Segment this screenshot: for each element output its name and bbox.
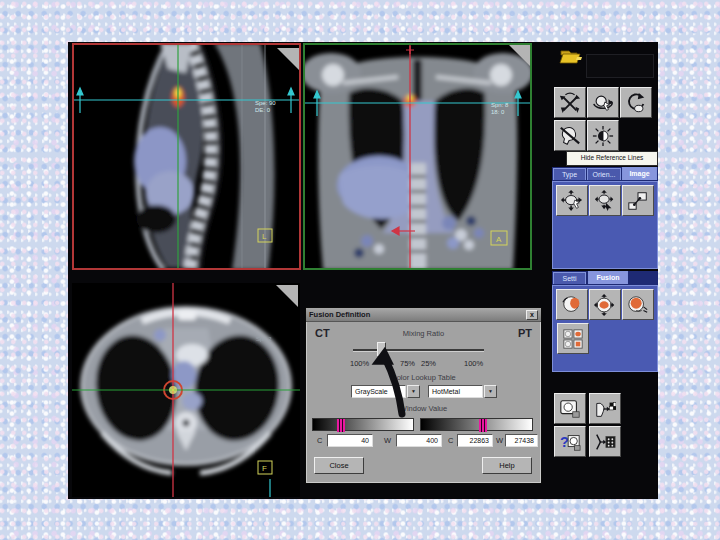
ct-center-field[interactable]: 40: [327, 434, 373, 447]
ct-window-marker[interactable]: [337, 419, 345, 432]
ct-lut-select[interactable]: GrayScale: [351, 385, 406, 398]
color-lookup-table-label: Color Lookup Table: [306, 373, 541, 382]
help-icon: ?: [559, 431, 581, 453]
copy-to-film-button[interactable]: [589, 393, 621, 424]
tabbar-type-orient-image: Type Orien... Image: [552, 167, 658, 181]
tab-orientation[interactable]: Orien...: [587, 168, 621, 180]
slide-background: L Spe: 90 DE: 0: [0, 0, 720, 540]
rotate-object-icon: [592, 92, 614, 114]
status-display: [586, 54, 654, 78]
sagittal-ct-image: L Spe: 90 DE: 0: [72, 43, 301, 270]
tab-image[interactable]: Image: [622, 167, 657, 180]
scan-info-line2: 18: 0: [491, 109, 505, 115]
pt-lut-select[interactable]: HotMetal: [428, 385, 483, 398]
tab-settings[interactable]: Setti: [553, 272, 586, 284]
mixing-ratio-slider-handle[interactable]: [377, 342, 386, 357]
pt-window-gradient-bar[interactable]: [420, 418, 533, 431]
fusion-blend-icon: [627, 294, 649, 316]
ct-75-label: 75%: [400, 359, 415, 368]
pt-center-field[interactable]: 22863: [457, 434, 493, 447]
ct-center-label: C: [317, 436, 322, 445]
pt-25-label: 25%: [421, 359, 436, 368]
application-window: L Spe: 90 DE: 0: [68, 42, 658, 499]
pt-center-label: C: [448, 436, 453, 445]
quad-view-icon: [562, 328, 584, 350]
coronal-ct-image: A Spn: 8 18: 0: [303, 43, 532, 270]
orientation-marker: F: [262, 464, 267, 473]
dialog-titlebar[interactable]: Fusion Definition x: [306, 308, 541, 322]
ct-100-label: 100%: [350, 359, 369, 368]
pt-window-marker[interactable]: [479, 419, 487, 432]
fusion-definition-dialog: Fusion Definition x CT Mixing Ratio PT 1…: [305, 307, 542, 484]
quad-view-button[interactable]: [557, 323, 589, 354]
tooltip: Hide Reference Lines: [566, 151, 658, 166]
mixing-ratio-slider[interactable]: [353, 349, 484, 352]
fusion-move-icon: [594, 294, 616, 316]
fusion-move-button[interactable]: [589, 289, 621, 320]
window-value-label: Window Value: [306, 404, 541, 413]
undo-rotate-button[interactable]: [620, 87, 652, 118]
fusion-blend-button[interactable]: [622, 289, 654, 320]
mixing-ratio-label: Mixing Ratio: [306, 329, 541, 338]
pt-width-label: W: [496, 436, 503, 445]
axial-ct-image: F Spn 2: [72, 283, 300, 497]
pan-volume-icon: [561, 190, 583, 212]
help-button[interactable]: ?: [554, 426, 586, 457]
copy-to-film-icon: [594, 398, 616, 420]
undo-rotate-icon: [625, 92, 647, 114]
pan-cursor-button[interactable]: [589, 185, 621, 216]
folder-icon[interactable]: [559, 47, 583, 64]
viewport-sagittal[interactable]: L Spe: 90 DE: 0: [72, 43, 301, 270]
ct-width-field[interactable]: 400: [396, 434, 442, 447]
pt-width-field[interactable]: 27438: [505, 434, 538, 447]
export-film-button[interactable]: [589, 426, 621, 457]
rotate-3d-button[interactable]: [554, 87, 586, 118]
save-view-icon: [559, 398, 581, 420]
fusion-overlay-button[interactable]: [556, 289, 588, 320]
viewport-axial[interactable]: F Spn 2: [72, 283, 300, 497]
fusion-overlay-icon: [561, 294, 583, 316]
scan-info-line2: DE: 0: [255, 107, 271, 113]
rotate-3d-icon: [559, 92, 581, 114]
image-tools-panel: [552, 181, 658, 269]
svg-text:?: ?: [560, 433, 569, 449]
save-view-button[interactable]: [554, 393, 586, 424]
hide-reference-lines-button[interactable]: [554, 120, 586, 151]
ct-lut-dropdown-icon[interactable]: ▼: [407, 385, 420, 398]
scan-info-line1: Spn 2: [256, 336, 272, 342]
image-link-icon: [627, 190, 649, 212]
scan-info-line1: Spn: 8: [491, 102, 509, 108]
brightness-contrast-button[interactable]: [587, 120, 619, 151]
orientation-marker: A: [496, 235, 502, 244]
rotate-object-button[interactable]: [587, 87, 619, 118]
image-link-button[interactable]: [622, 185, 654, 216]
viewport-coronal[interactable]: A Spn: 8 18: 0: [303, 43, 532, 270]
dialog-close-icon[interactable]: x: [526, 310, 538, 320]
pan-volume-button[interactable]: [556, 185, 588, 216]
tabbar-settings-fusion: Setti Fusion: [552, 271, 658, 285]
orientation-marker: L: [262, 232, 267, 241]
ct-width-label: W: [384, 436, 391, 445]
tab-fusion[interactable]: Fusion: [588, 271, 628, 284]
dialog-body: CT Mixing Ratio PT 100% 75% 25% 100% Col…: [306, 322, 541, 483]
close-button[interactable]: Close: [314, 457, 364, 474]
export-film-icon: [594, 431, 616, 453]
scan-info-line1: Spe: 90: [255, 100, 276, 106]
brightness-contrast-icon: [592, 125, 614, 147]
pt-lut-dropdown-icon[interactable]: ▼: [484, 385, 497, 398]
pt-modality-label: PT: [518, 327, 532, 339]
help-dialog-button[interactable]: Help: [482, 457, 532, 474]
dialog-title: Fusion Definition: [309, 310, 370, 319]
ct-window-gradient-bar[interactable]: [312, 418, 414, 431]
tab-type[interactable]: Type: [553, 168, 586, 180]
pan-cursor-icon: [594, 190, 616, 212]
fusion-tools-panel: [552, 285, 658, 372]
hide-reference-lines-icon: [559, 125, 581, 147]
pt-100-label: 100%: [464, 359, 483, 368]
